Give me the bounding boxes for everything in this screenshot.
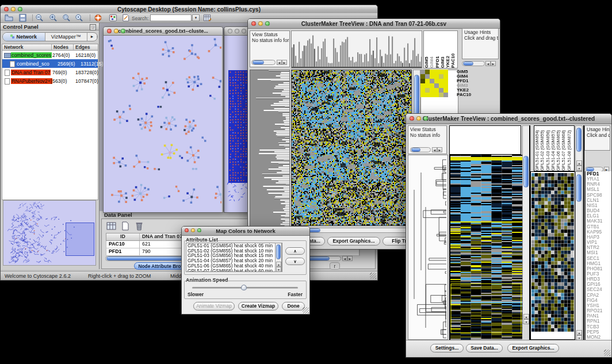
- tv2-side-vscrollbar[interactable]: ▲ ▼: [575, 171, 583, 340]
- matrix-cell[interactable]: [420, 93, 425, 97]
- matrix-cell[interactable]: [420, 79, 425, 83]
- matrix-cell[interactable]: [439, 74, 443, 79]
- treeview2-titlebar[interactable]: ClusterMaker TreeView : combined_scores_…: [406, 114, 611, 124]
- matrix-cell[interactable]: [434, 74, 439, 79]
- tab-network[interactable]: Network: [3, 33, 45, 41]
- search-input[interactable]: [150, 14, 192, 21]
- matrix-cell[interactable]: [443, 88, 448, 93]
- matrix-cell[interactable]: [430, 70, 434, 74]
- close-button[interactable]: [107, 29, 112, 33]
- minimize-button[interactable]: [191, 228, 195, 232]
- overview-viewport-rect[interactable]: [66, 223, 94, 256]
- matrix-cell[interactable]: [425, 88, 430, 93]
- scroll-right-arrow[interactable]: ▶: [282, 60, 287, 65]
- new-attribute-icon[interactable]: [120, 221, 130, 231]
- matrix-cell[interactable]: [425, 70, 430, 74]
- treeview1-titlebar[interactable]: ClusterMaker TreeView : DNA and Tran 07-…: [248, 19, 500, 29]
- tab-hidden-fragment[interactable]: r: [330, 262, 340, 270]
- matrix-cell[interactable]: [420, 74, 425, 79]
- close-button[interactable]: [410, 116, 414, 121]
- scroll-right-arrow[interactable]: ▶: [437, 147, 442, 152]
- scrollbar-thumb[interactable]: [414, 75, 419, 115]
- matrix-cell[interactable]: [434, 79, 439, 83]
- attribute-list-vscrollbar[interactable]: ▲ ▼: [275, 243, 282, 272]
- scrollbar-thumb[interactable]: [276, 244, 281, 259]
- scroll-up-arrow[interactable]: ▲: [276, 262, 281, 267]
- matrix-cell[interactable]: [443, 74, 448, 79]
- open-folder-icon[interactable]: [5, 14, 13, 22]
- zoom-button[interactable]: [423, 116, 428, 121]
- dialog-titlebar[interactable]: Map Colors to Network: [182, 227, 309, 236]
- scroll-up-arrow[interactable]: ▲: [576, 160, 582, 166]
- scroll-up-arrow[interactable]: ▲: [523, 314, 529, 319]
- matrix-cell[interactable]: [439, 83, 443, 88]
- zoom-out-icon[interactable]: [35, 14, 44, 22]
- matrix-cell[interactable]: [420, 70, 425, 74]
- matrix-cell[interactable]: [443, 79, 448, 83]
- tv2-array-dendrogram-pane[interactable]: [449, 125, 521, 155]
- resize-grip[interactable]: [604, 350, 610, 356]
- matrix-cell[interactable]: [420, 88, 425, 93]
- delete-attribute-icon[interactable]: [134, 221, 144, 231]
- matrix-cell[interactable]: [443, 70, 448, 74]
- matrix-cell[interactable]: [430, 88, 434, 93]
- tv2-gene-dendrogram-pane[interactable]: [408, 155, 448, 340]
- network2-titlebar[interactable]: [224, 27, 250, 36]
- scrollbar-thumb[interactable]: [523, 156, 529, 187]
- search-dropdown-arrow-icon[interactable]: ▼: [192, 14, 200, 21]
- tv1-hints-hscrollbar[interactable]: [462, 61, 485, 66]
- matrix-cell[interactable]: [425, 74, 430, 79]
- network-tree-row[interactable]: combined_scores2764(0)16218(0): [2, 51, 98, 59]
- tv2-status-hscrollbar[interactable]: [410, 147, 431, 152]
- tv2-save-data-button[interactable]: Save Data...: [466, 344, 503, 352]
- move-down-button[interactable]: ∨: [285, 258, 305, 265]
- save-icon[interactable]: [18, 14, 27, 22]
- network1-titlebar[interactable]: combined_scores_good.txt--cluste...: [104, 27, 223, 36]
- animate-vizmap-button[interactable]: Animate Vizmap: [193, 302, 235, 311]
- matrix-cell[interactable]: [434, 83, 439, 88]
- main-titlebar[interactable]: Cytoscape Desktop (Session Name: collins…: [1, 5, 377, 14]
- scroll-down-arrow[interactable]: ▼: [276, 267, 281, 272]
- tv1-export-graphics-button[interactable]: Export Graphics...: [327, 237, 380, 246]
- tv1-status-hscrollbar[interactable]: [251, 60, 276, 65]
- network-tree-row[interactable]: combined_sco2569(6)13112(15): [2, 59, 98, 68]
- close-button[interactable]: [4, 7, 9, 12]
- matrix-cell[interactable]: [439, 70, 443, 74]
- close-button[interactable]: [185, 228, 189, 232]
- annotation-icon[interactable]: [121, 14, 130, 22]
- zoom-selected-icon[interactable]: [62, 14, 71, 22]
- matrix-cell[interactable]: [425, 83, 430, 88]
- vizmapper-icon[interactable]: [109, 14, 117, 22]
- matrix-cell[interactable]: [430, 79, 434, 83]
- matrix-cell[interactable]: [434, 70, 439, 74]
- minimize-button[interactable]: [416, 116, 421, 121]
- zoom-button[interactable]: [265, 21, 270, 26]
- done-button[interactable]: Done: [282, 302, 305, 311]
- network-tree-row[interactable]: DNA and Tran 07769(0)183728(0): [2, 68, 98, 76]
- matrix-cell[interactable]: [434, 88, 439, 93]
- tab-vizmapper[interactable]: VizMapper™: [45, 33, 88, 41]
- zoom-button[interactable]: [121, 29, 125, 33]
- tv1-array-dendrogram-pane[interactable]: [291, 30, 422, 68]
- scroll-down-arrow[interactable]: ▼: [576, 166, 582, 171]
- matrix-cell[interactable]: [430, 93, 434, 97]
- tv1-heatmap-pane[interactable]: [291, 70, 412, 226]
- network-overview-panel[interactable]: [3, 200, 96, 266]
- tv1-similarity-matrix[interactable]: [420, 70, 448, 97]
- scroll-left-arrow[interactable]: ◀: [485, 61, 491, 66]
- minimize-button[interactable]: [11, 7, 16, 12]
- tv2-secondary-heatmap-pane[interactable]: [530, 171, 575, 340]
- zoom-button[interactable]: [18, 7, 22, 12]
- matrix-cell[interactable]: [439, 88, 443, 93]
- minimize-button[interactable]: [235, 29, 239, 33]
- scroll-right-arrow[interactable]: ▶: [347, 256, 353, 261]
- network1-canvas[interactable]: [104, 36, 221, 212]
- gene-label[interactable]: MON2: [586, 335, 611, 340]
- tab-overflow-arrow[interactable]: ►: [87, 33, 97, 41]
- matrix-cell[interactable]: [439, 79, 443, 83]
- scrollbar-thumb[interactable]: [576, 174, 582, 202]
- scroll-up-arrow[interactable]: ▲: [576, 330, 582, 335]
- matrix-cell[interactable]: [434, 93, 439, 97]
- scroll-left-arrow[interactable]: ◀: [432, 147, 437, 152]
- tv2-heatmap-pane[interactable]: [449, 155, 522, 340]
